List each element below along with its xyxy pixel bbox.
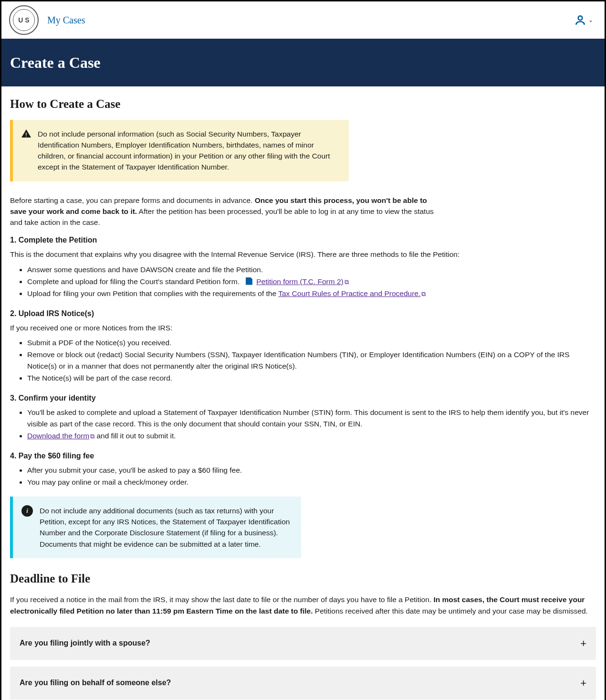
external-link-icon: ⧉ [90, 432, 94, 441]
chevron-down-icon: ⌄ [588, 16, 593, 24]
how-to-heading: How to Create a Case [10, 95, 596, 113]
info-text: Do not include any additional documents … [40, 505, 292, 550]
page-title-bar: Create a Case [1, 39, 605, 86]
deadline-part2: Petitions received after this date may b… [313, 607, 588, 615]
court-seal-logo: U S [9, 5, 39, 35]
tax-court-rules-link[interactable]: Tax Court Rules of Practice and Procedur… [278, 289, 426, 297]
step1-item3: Upload for filing your own Petition that… [27, 288, 596, 299]
svg-point-0 [578, 16, 583, 20]
step2-title: 2. Upload IRS Notice(s) [10, 308, 596, 319]
step1-item1: Answer some questions and have DAWSON cr… [27, 264, 596, 276]
main-content: How to Create a Case Do not include pers… [1, 86, 605, 700]
deadline-paragraph: If you received a notice in the mail fro… [10, 594, 596, 616]
step1-item2: Complete and upload for filing the Court… [27, 276, 596, 287]
step2-list: Submit a PDF of the Notice(s) you receiv… [10, 337, 596, 384]
step4-title: 4. Pay the $60 filing fee [10, 450, 596, 462]
step4-list: After you submit your case, you'll be as… [10, 465, 596, 488]
step2-desc: If you received one or more Notices from… [10, 322, 596, 333]
seal-inner: U S [13, 9, 35, 31]
step2-item1: Submit a PDF of the Notice(s) you receiv… [27, 337, 596, 349]
step4-item1: After you submit your case, you'll be as… [27, 465, 596, 476]
step2-item3: The Notice(s) will be part of the case r… [27, 372, 596, 384]
header-left: U S My Cases [9, 5, 85, 35]
step1-item3-prefix: Upload for filing your own Petition that… [27, 289, 278, 297]
step3-item2: Download the form⧉ and fill it out to su… [27, 430, 596, 442]
warning-text: Do not include personal information (suc… [38, 128, 339, 173]
plus-icon: + [580, 636, 586, 651]
info-alert: i Do not include any additional document… [10, 497, 301, 558]
accordion-on-behalf[interactable]: Are you filing on behalf of someone else… [10, 667, 596, 700]
step3-item1: You'll be asked to complete and upload a… [27, 407, 596, 430]
deadline-part1: If you received a notice in the mail fro… [10, 595, 433, 604]
step3-item2-suffix: and fill it out to submit it. [96, 432, 176, 440]
step2-item2: Remove or block out (redact) Social Secu… [27, 349, 596, 372]
petition-form-link[interactable]: Petition form (T.C. Form 2)⧉ [256, 277, 349, 286]
intro-paragraph: Before starting a case, you can prepare … [10, 195, 435, 228]
accordion-label: Are you filing on behalf of someone else… [20, 677, 171, 689]
header-nav: U S My Cases ⌄ [1, 1, 605, 39]
accordion-filing-jointly[interactable]: Are you filing jointly with a spouse? + [10, 627, 596, 660]
step1-desc: This is the document that explains why y… [10, 249, 596, 260]
pdf-icon [246, 277, 252, 285]
step3-title: 3. Confirm your identity [10, 392, 596, 404]
external-link-icon: ⧉ [345, 277, 349, 287]
my-cases-link[interactable]: My Cases [47, 13, 85, 27]
deadline-heading: Deadline to File [10, 570, 596, 588]
step4-item2: You may pay online or mail a check/money… [27, 477, 596, 488]
step1-list: Answer some questions and have DAWSON cr… [10, 264, 596, 299]
intro-part1: Before starting a case, you can prepare … [10, 196, 255, 204]
warning-alert: Do not include personal information (suc… [10, 120, 349, 181]
external-link-icon: ⧉ [421, 289, 426, 299]
warning-triangle-icon [21, 129, 31, 138]
plus-icon: + [580, 675, 586, 691]
step1-title: 1. Complete the Petition [10, 234, 596, 246]
user-icon [574, 14, 586, 26]
user-menu[interactable]: ⌄ [574, 14, 597, 26]
info-circle-icon: i [21, 505, 33, 517]
step1-item2-prefix: Complete and upload for filing the Court… [27, 277, 240, 286]
step3-list: You'll be asked to complete and upload a… [10, 407, 596, 442]
accordion-label: Are you filing jointly with a spouse? [20, 637, 150, 649]
download-stin-form-link[interactable]: Download the form⧉ [27, 432, 94, 440]
